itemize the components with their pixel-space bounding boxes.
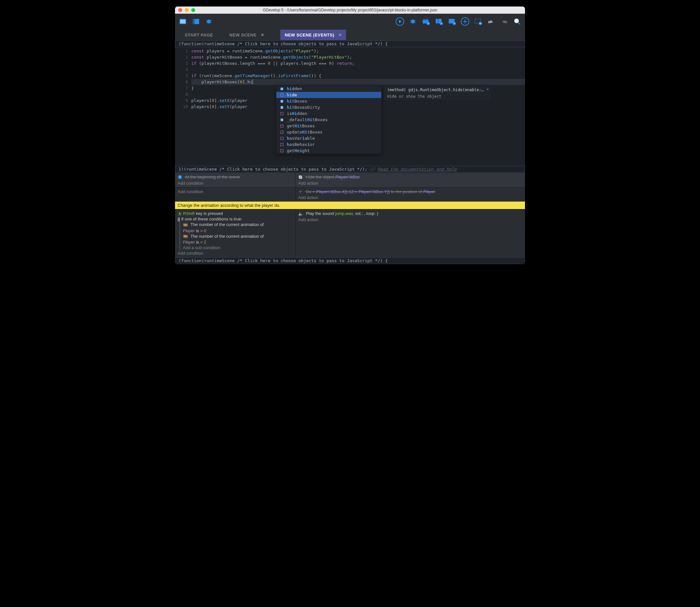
cube-method-icon — [280, 111, 284, 116]
tab-label: NEW SCENE (EVENTS) — [285, 33, 334, 38]
clock-icon — [178, 175, 183, 180]
maximize-window-icon[interactable] — [191, 8, 195, 12]
add-condition-link[interactable]: Add condition — [178, 181, 293, 186]
condition[interactable]: A RShift key is pressed — [178, 211, 293, 216]
add-action-link[interactable]: Add action — [298, 195, 522, 200]
toolbar-bug-icon[interactable] — [204, 16, 214, 27]
add-subcondition-link[interactable]: Add a sub-condition — [183, 245, 293, 250]
autocomplete-label: hasVariable — [287, 136, 315, 141]
condition-or[interactable]: || If one of these conditions is true: — [178, 216, 293, 222]
autocomplete-item[interactable]: hide — [276, 92, 381, 98]
search-button[interactable] — [512, 16, 522, 27]
close-tab-icon[interactable]: × — [339, 32, 342, 38]
toolbar: + + + — [175, 14, 525, 29]
autocomplete-item[interactable]: updateHitBoxes — [276, 129, 381, 135]
add-action-link[interactable]: Add action — [298, 181, 522, 186]
tab-start-page[interactable]: START PAGE — [185, 30, 213, 40]
svg-line-36 — [518, 22, 520, 24]
event-row[interactable]: Add condition Do = PlayerHitBox.X()-12;=… — [175, 187, 525, 202]
autocomplete-item[interactable]: getHeight — [276, 148, 381, 154]
traffic-lights — [178, 8, 195, 12]
condition-disabled[interactable]: At the beginning of the scene — [178, 174, 293, 181]
autocomplete-label: hitBoxes — [287, 99, 307, 104]
sub-condition[interactable]: 🎞️ The number of the current animation o… — [183, 222, 293, 228]
code-editor[interactable]: (function(runtimeScene /* Click here to … — [175, 40, 525, 173]
add-button[interactable] — [460, 16, 470, 27]
function-header-bottom[interactable]: (function(runtimeScene /* Click here to … — [175, 257, 525, 264]
play-button[interactable] — [395, 16, 405, 27]
svg-point-6 — [207, 20, 211, 23]
autocomplete-item[interactable]: _defaultHitBoxes — [276, 117, 381, 123]
svg-rect-44 — [281, 131, 283, 133]
delete-button[interactable] — [473, 16, 483, 27]
signature-tooltip: × (method) gdjs.RuntimeObject.hide(enabl… — [384, 85, 491, 101]
signature-desc: Hide or show the object — [387, 94, 487, 99]
sub-condition-cont[interactable]: Player is = 2 — [183, 239, 293, 245]
svg-text:+: + — [454, 22, 455, 25]
close-window-icon[interactable] — [178, 8, 182, 12]
app-window: GDevelop 5 - /Users/florianrival/GDevelo… — [175, 6, 525, 264]
svg-text:+: + — [441, 22, 442, 25]
add-event-button[interactable]: + — [421, 16, 431, 27]
redo-button[interactable] — [499, 16, 509, 27]
close-tooltip-icon[interactable]: × — [486, 87, 489, 91]
autocomplete-label: hide — [287, 92, 297, 97]
function-footer[interactable]: })(runtimeScene /* Click here to choose … — [175, 166, 525, 173]
action-disabled[interactable]: Hide the object PlayerHitBox — [298, 174, 522, 181]
toolbar-panel-left-icon[interactable] — [178, 16, 188, 27]
tab-new-scene[interactable]: NEW SCENE × — [229, 29, 264, 40]
titlebar: GDevelop 5 - /Users/florianrival/GDevelo… — [175, 6, 525, 14]
event-row[interactable]: A RShift key is pressed || If one of the… — [175, 209, 525, 257]
svg-rect-47 — [281, 149, 283, 152]
autocomplete-item[interactable]: hasVariable — [276, 135, 381, 141]
minimize-window-icon[interactable] — [185, 8, 189, 12]
svg-rect-37 — [281, 88, 283, 90]
autocomplete-item[interactable]: hitBoxes — [276, 98, 381, 104]
autocomplete-item[interactable]: hidden — [276, 86, 381, 92]
gutter: 1 2 3 4 5 6 7 8 9 10 — [175, 47, 191, 110]
close-tab-icon[interactable]: × — [261, 32, 264, 38]
autocomplete-label: hidden — [287, 86, 302, 91]
svg-rect-45 — [281, 137, 283, 140]
signature-text: (method) gdjs.RuntimeObject.hide(enable:… — [387, 88, 487, 92]
add-subevent-button[interactable]: + — [434, 16, 444, 27]
svg-rect-5 — [193, 19, 195, 24]
cube-method-icon — [280, 124, 284, 128]
autocomplete-item[interactable]: hitBoxesDirty — [276, 104, 381, 110]
svg-point-13 — [411, 20, 415, 23]
sub-condition-cont[interactable]: Player is = 0 — [183, 228, 293, 233]
event-row[interactable]: At the beginning of the scene Add condit… — [175, 173, 525, 187]
svg-marker-12 — [399, 20, 402, 23]
svg-rect-3 — [180, 22, 185, 23]
debug-button[interactable] — [408, 16, 418, 27]
add-condition-link[interactable]: Add condition — [178, 250, 293, 256]
autocomplete-item[interactable]: hasBehavior — [276, 141, 381, 148]
autocomplete-item[interactable]: getHitBoxes — [276, 123, 381, 129]
action-disabled[interactable]: Do = PlayerHitBox.X()-12;= PlayerHitBox.… — [298, 189, 522, 195]
tab-new-scene-events[interactable]: NEW SCENE (EVENTS) × — [280, 29, 346, 40]
autocomplete-label: _defaultHitBoxes — [287, 117, 327, 122]
cube-property-icon — [280, 87, 284, 91]
function-header[interactable]: (function(runtimeScene /* Click here to … — [175, 40, 525, 47]
action[interactable]: 🔈 Play the sound jump.wav, vol.: , loop:… — [298, 211, 522, 217]
cube-method-icon — [280, 136, 284, 141]
svg-rect-1 — [180, 20, 185, 21]
svg-point-35 — [514, 19, 519, 23]
text-cursor — [253, 80, 253, 84]
undo-button[interactable] — [486, 16, 496, 27]
add-comment-button[interactable]: + — [447, 16, 457, 27]
add-action-link[interactable]: Add action — [298, 217, 522, 223]
sub-condition[interactable]: 🎞️ The number of the current animation o… — [183, 233, 293, 240]
autocomplete-item[interactable]: isHidden — [276, 110, 381, 117]
comment-row[interactable]: Change the animation according to what t… — [175, 202, 525, 209]
toolbar-scene-icon[interactable] — [191, 16, 201, 27]
svg-rect-40 — [281, 106, 283, 109]
svg-rect-19 — [423, 19, 428, 20]
autocomplete-popup[interactable]: hiddenhidehitBoxeshitBoxesDirtyisHidden_… — [276, 85, 382, 154]
svg-text:+: + — [427, 22, 429, 25]
svg-rect-41 — [281, 112, 283, 115]
cube-method-icon — [280, 148, 284, 153]
add-condition-link[interactable]: Add condition — [178, 189, 293, 194]
autocomplete-label: hasBehavior — [287, 142, 315, 147]
speaker-icon: 🔈 — [298, 211, 303, 216]
